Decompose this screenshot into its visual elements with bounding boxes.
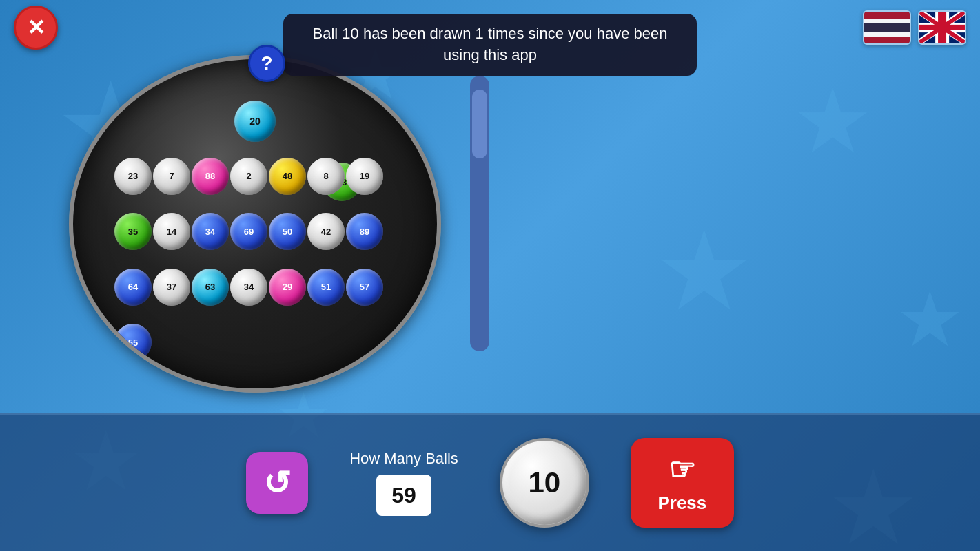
speed-slider-track[interactable]	[470, 76, 489, 351]
ball-37: 37	[153, 269, 190, 306]
press-button[interactable]: ☞ Press	[631, 438, 734, 528]
reset-button[interactable]: ↺	[246, 452, 308, 514]
tooltip-ball-info: Ball 10 has been drawn 1 times since you…	[283, 14, 697, 76]
bottom-panel: ↺ How Many Balls 59 10 ☞ Press	[0, 413, 980, 551]
english-flag[interactable]	[918, 10, 966, 45]
ball-count-value: 59	[391, 483, 416, 508]
flying-ball-top-number: 20	[249, 116, 261, 127]
thai-flag[interactable]	[863, 10, 911, 45]
balls-count-section: How Many Balls 59	[349, 450, 458, 516]
how-many-balls-label: How Many Balls	[349, 450, 458, 468]
ball-57: 57	[346, 269, 383, 306]
ball-48: 48	[269, 158, 306, 195]
ball-42: 42	[307, 213, 345, 250]
ball-89: 89	[346, 213, 383, 250]
last-drawn-number: 10	[529, 466, 561, 499]
ball-64: 64	[114, 269, 152, 306]
close-button[interactable]: ✕	[14, 6, 58, 50]
machine-bowl: 20 63 23 7 88 2 48 8 19 35 14 34 69 50 4…	[69, 55, 441, 393]
ball-19: 19	[346, 158, 383, 195]
last-drawn-ball: 10	[500, 438, 589, 528]
speed-slider-thumb[interactable]	[472, 90, 487, 158]
tooltip-text: Ball 10 has been drawn 1 times since you…	[313, 25, 668, 63]
help-button[interactable]: ?	[248, 45, 285, 82]
close-icon: ✕	[27, 14, 45, 41]
ball-7: 7	[153, 158, 190, 195]
ball-51: 51	[307, 269, 345, 306]
ball-34: 34	[230, 269, 267, 306]
ball-34-blue: 34	[192, 213, 229, 250]
ball-55: 55	[114, 324, 152, 361]
help-icon: ?	[261, 52, 272, 74]
ball-23: 23	[114, 158, 152, 195]
ball-14: 14	[153, 213, 190, 250]
reset-icon: ↺	[263, 464, 291, 502]
flying-ball-top: 20	[234, 101, 276, 142]
language-flags	[863, 10, 966, 45]
balls-pile: 23 7 88 2 48 8 19 35 14 34 69 50 42 89 6…	[114, 141, 396, 361]
ball-29: 29	[269, 269, 306, 306]
press-label: Press	[657, 492, 706, 514]
ball-69: 69	[230, 213, 267, 250]
ball-50: 50	[269, 213, 306, 250]
ball-35: 35	[114, 213, 152, 250]
ball-63: 63	[192, 269, 229, 306]
ball-88: 88	[192, 158, 229, 195]
ball-count-display[interactable]: 59	[376, 475, 431, 516]
press-hand-icon: ☞	[668, 452, 695, 487]
ball-2: 2	[230, 158, 267, 195]
ball-8: 8	[307, 158, 345, 195]
